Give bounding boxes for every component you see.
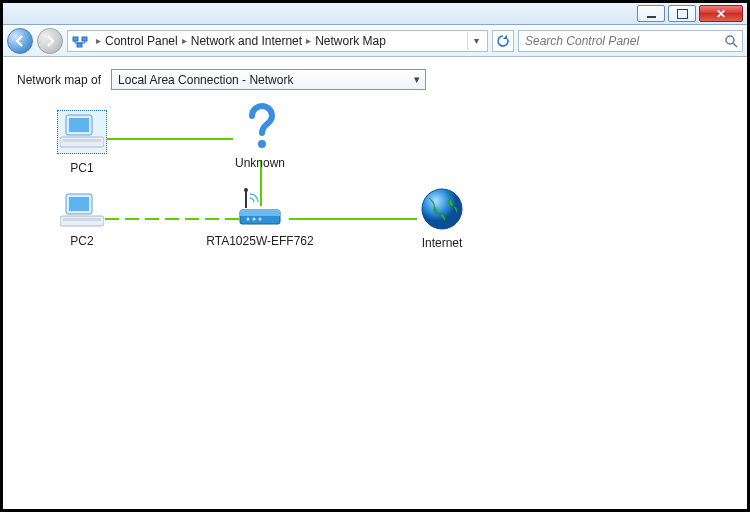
search-box[interactable] (518, 30, 743, 52)
svg-point-20 (259, 218, 262, 221)
navigation-bar: ▸ Control Panel ▸ Network and Internet ▸… (3, 25, 747, 57)
globe-icon (419, 186, 465, 232)
node-pc2[interactable]: PC2 (27, 192, 137, 248)
search-input[interactable] (523, 33, 724, 49)
refresh-button[interactable] (492, 30, 514, 52)
svg-rect-8 (63, 139, 101, 142)
node-router[interactable]: RTA1025W-EFF762 (205, 188, 315, 248)
svg-point-9 (258, 140, 266, 148)
breadcrumb-dropdown[interactable]: ▾ (467, 32, 485, 50)
network-map-icon (72, 33, 88, 49)
node-label: PC1 (27, 161, 137, 175)
svg-point-3 (726, 36, 734, 44)
svg-point-18 (247, 218, 250, 221)
breadcrumb[interactable]: ▸ Control Panel ▸ Network and Internet ▸… (67, 30, 488, 52)
search-icon (724, 34, 738, 48)
svg-rect-6 (69, 118, 89, 132)
chevron-right-icon: ▸ (96, 35, 101, 46)
computer-icon (60, 192, 104, 230)
minimize-button[interactable] (637, 5, 665, 22)
pc1-selected (57, 110, 107, 154)
arrow-left-icon (14, 35, 26, 47)
maximize-button[interactable] (668, 5, 696, 22)
close-button[interactable]: ✕ (699, 5, 743, 22)
svg-rect-0 (73, 37, 78, 41)
node-label: Internet (387, 236, 497, 250)
svg-point-15 (244, 188, 248, 192)
forward-button[interactable] (37, 28, 63, 54)
node-label: PC2 (27, 234, 137, 248)
network-map-of-label: Network map of (17, 73, 101, 87)
window-titlebar: ✕ (3, 3, 747, 25)
svg-line-4 (733, 43, 737, 47)
node-unknown[interactable]: Unknown (205, 102, 315, 170)
svg-rect-2 (77, 43, 82, 47)
connection-dropdown-value: Local Area Connection - Network (118, 73, 293, 87)
question-icon (240, 102, 280, 152)
router-icon (238, 188, 282, 230)
content-area: Network map of Local Area Connection - N… (3, 57, 747, 362)
arrow-right-icon (44, 35, 56, 47)
node-label: RTA1025W-EFF762 (205, 234, 315, 248)
crumb-network-internet[interactable]: Network and Internet (191, 34, 302, 48)
svg-rect-13 (63, 218, 101, 221)
refresh-icon (496, 34, 510, 48)
svg-rect-17 (240, 210, 280, 216)
chevron-right-icon: ▸ (306, 35, 311, 46)
svg-point-19 (253, 218, 256, 221)
node-label: Unknown (205, 156, 315, 170)
network-map-selector-row: Network map of Local Area Connection - N… (17, 69, 733, 90)
back-button[interactable] (7, 28, 33, 54)
connection-dropdown[interactable]: Local Area Connection - Network (111, 69, 426, 90)
svg-rect-1 (82, 37, 87, 41)
computer-icon (60, 113, 104, 151)
crumb-control-panel[interactable]: Control Panel (105, 34, 178, 48)
chevron-right-icon: ▸ (182, 35, 187, 46)
network-diagram: PC1 Unknown PC2 (17, 110, 733, 350)
node-internet[interactable]: Internet (387, 186, 497, 250)
svg-rect-11 (69, 197, 89, 211)
crumb-network-map[interactable]: Network Map (315, 34, 386, 48)
node-pc1[interactable]: PC1 (27, 110, 137, 175)
